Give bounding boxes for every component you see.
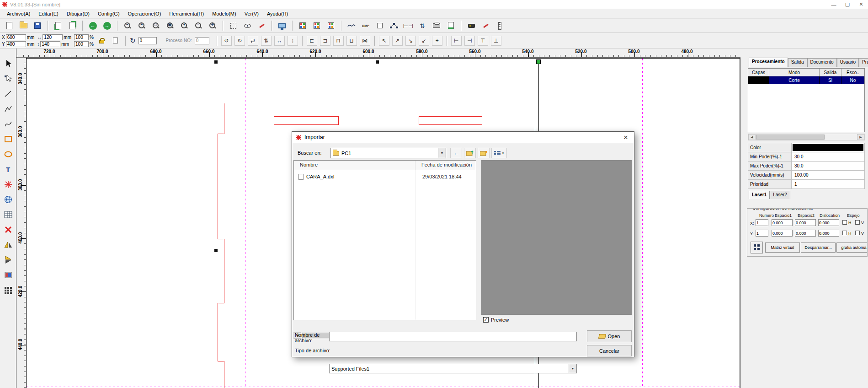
trim-top-icon[interactable]: ⊓ [333,36,344,46]
tab-procesamiento[interactable]: Procesamiento [749,58,788,67]
y-dislocation-input[interactable] [818,230,839,237]
file-list[interactable]: Nombre Fecha de modificación CARA_A.dxf … [293,160,476,320]
zoom-all-icon[interactable] [179,20,190,31]
apply-size-icon[interactable] [110,35,121,46]
trim-bottom-icon[interactable]: ⊔ [346,36,357,46]
view-menu-button[interactable]: ▼ [491,148,507,158]
delete-overlap-icon[interactable] [325,20,336,31]
trim-left-icon[interactable]: ⊏ [307,36,317,46]
selection-handle[interactable] [214,60,218,64]
layer-table-scrollbar[interactable]: ◀ ▶ [748,134,865,140]
grid-tool[interactable] [2,209,14,221]
height-input[interactable] [40,41,60,47]
column-nombre[interactable]: Nombre [294,161,415,170]
menu-archivo[interactable]: Archivo(A) [3,10,34,18]
property-row[interactable]: Color [748,143,864,152]
menu-config[interactable]: Config(G) [94,10,124,18]
property-row[interactable]: Max Poder(%)-1 30.0 [748,162,864,171]
align-bottom-icon[interactable]: ⊥ [491,36,501,46]
open-file-icon[interactable] [18,20,29,31]
tab-prueba[interactable]: Pru [859,58,868,67]
y-numero-input[interactable] [756,230,768,237]
delete-tool[interactable] [2,224,14,236]
laser-pen-icon[interactable] [256,20,267,31]
rotate-ccw-icon[interactable]: ↺ [221,36,232,46]
dialog-close-icon[interactable]: ✕ [619,133,632,142]
preview-checkbox[interactable]: ✓ [483,317,489,323]
align-right-icon[interactable]: ⊣ [464,36,475,46]
vertical-ruler[interactable]: 340.0 360.0 380.0 400.0 420.0 440.0 [16,58,27,388]
rotation-input[interactable] [138,37,157,44]
stretch-v-icon[interactable]: ↕ [288,36,298,46]
new-folder-button[interactable] [478,148,490,158]
property-value[interactable]: 30.0 [792,152,864,161]
column-fecha[interactable]: Fecha de modificación [415,161,476,170]
x-espacio1-input[interactable] [772,219,793,226]
property-row[interactable]: Min Poder(%)-1 30.0 [748,152,864,162]
v-distribute-icon[interactable]: ⇅ [417,20,428,31]
menu-ayuda[interactable]: Ayuda(H) [263,10,292,18]
menu-dibujar[interactable]: Dibujar(D) [63,10,94,18]
y-mirror-h-checkbox[interactable] [842,231,847,235]
flip-horizontal-icon[interactable]: ⇄ [248,36,258,46]
lock-ratio-icon[interactable] [96,35,107,46]
scroll-right-icon[interactable]: ▶ [857,134,864,140]
layer-mode-cell[interactable]: Corte [769,76,820,84]
menu-herramienta[interactable]: Herramienta(H) [165,10,208,18]
view-eye-icon[interactable] [242,20,253,31]
mirror-h-tool[interactable] [2,239,14,251]
spray-tool[interactable] [2,178,14,190]
stretch-h-icon[interactable]: ↔ [274,36,285,46]
y-espacio2-input[interactable] [795,230,816,237]
array-tool[interactable] [2,284,14,296]
output-check-icon[interactable] [445,20,456,31]
x-mirror-h-checkbox[interactable] [842,220,847,225]
pen-icon[interactable] [480,20,491,31]
col-capas[interactable]: Capas [748,69,769,76]
maximize-button[interactable]: ▢ [841,0,854,8]
save-icon[interactable] [32,20,43,31]
file-name[interactable]: CARA_A.dxf [306,174,416,179]
col-modo[interactable]: Modo [769,69,820,76]
chevron-down-icon[interactable]: ▼ [438,148,446,158]
col-salida[interactable]: Salida [820,69,841,76]
property-value[interactable]: 1 [792,180,864,189]
ellipse-tool[interactable] [2,148,14,160]
align-top-left-icon[interactable]: ↖ [379,36,389,46]
redo-icon[interactable]: → [101,20,112,31]
filename-input[interactable] [329,332,577,341]
look-in-combobox[interactable]: PC1 ▼ [330,148,446,158]
scale-y-input[interactable] [74,41,89,47]
image-tool[interactable] [2,269,14,281]
cancel-button[interactable]: Cancelar [587,345,632,356]
weld-icon[interactable]: ⋈ [360,36,370,46]
simulate-monitor-icon[interactable] [277,20,288,31]
tab-documento[interactable]: Documento [807,58,837,67]
new-file-icon[interactable] [4,20,15,31]
align-bottom-right-icon[interactable]: ↘ [405,36,416,46]
undo-icon[interactable]: ← [87,20,98,31]
tab-laser2[interactable]: Laser2 [770,191,790,199]
matriz-virtual-button[interactable]: Matriz virtual [765,242,800,253]
zoom-out-icon[interactable] [122,20,133,31]
polyline-tool[interactable] [2,103,14,115]
node-edit-icon[interactable] [389,20,399,31]
col-escondido[interactable]: Esco.. [841,69,864,76]
vertical-ruler-icon[interactable] [494,20,505,31]
node-edit-tool[interactable] [2,73,14,85]
rotate-cw-icon[interactable]: ↻ [234,36,245,46]
property-value[interactable] [792,143,864,152]
tag-icon[interactable] [466,20,477,31]
marquee-icon[interactable] [228,20,239,31]
print-icon[interactable] [431,20,442,31]
curve-tool[interactable] [2,118,14,130]
trim-right-icon[interactable]: ⊐ [320,36,330,46]
proceso-input[interactable] [195,37,209,44]
layer-color-cell[interactable] [748,76,769,84]
mirror-v-tool[interactable] [2,254,14,266]
property-value[interactable]: 100.00 [792,171,864,179]
flip-vertical-icon[interactable]: ⇅ [261,36,272,46]
close-button[interactable]: ✕ [854,0,868,8]
filetype-combobox[interactable]: Supported Files1 ▼ [329,364,577,373]
selection-handle[interactable] [376,60,379,64]
